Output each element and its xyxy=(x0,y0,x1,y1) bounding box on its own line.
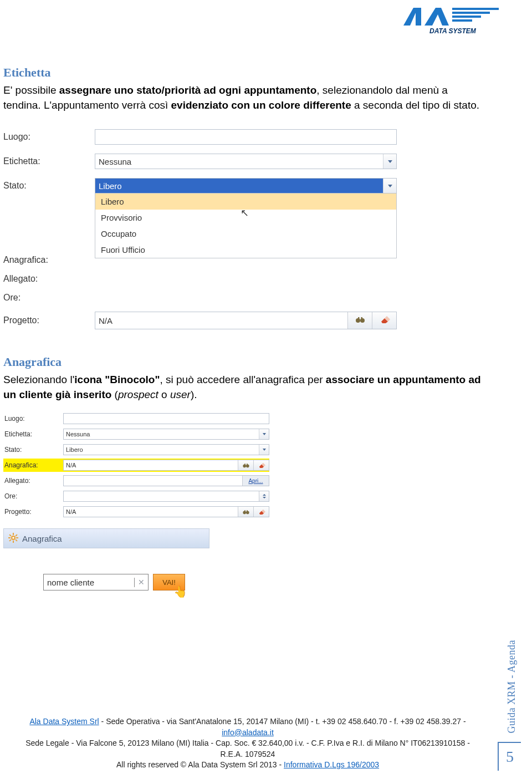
svg-rect-17 xyxy=(247,464,248,466)
brand-logo: DATA SYSTEM xyxy=(399,4,500,38)
svg-rect-23 xyxy=(247,511,248,512)
luogo-label: Luogo: xyxy=(3,132,95,142)
stato-value: Libero xyxy=(95,179,383,193)
dropdown-arrow-icon[interactable] xyxy=(383,154,396,169)
svg-rect-11 xyxy=(361,317,362,319)
binoculars-icon[interactable] xyxy=(238,460,253,470)
svg-rect-32 xyxy=(15,539,17,541)
apri-link[interactable]: Apri... xyxy=(242,476,269,486)
heading-anagrafica: Anagrafica xyxy=(3,355,488,369)
stato-option-libero[interactable]: Libero xyxy=(95,194,396,210)
footer: Ala Data System Srl - Sede Operativa - v… xyxy=(13,716,482,771)
svg-rect-28 xyxy=(13,541,14,543)
binoculars-icon[interactable] xyxy=(347,312,372,329)
svg-rect-1 xyxy=(416,8,421,26)
luogo-label-2: Luogo: xyxy=(3,415,63,422)
svg-rect-31 xyxy=(9,534,11,536)
binoculars-icon[interactable] xyxy=(238,507,253,517)
anagrafica-lookup[interactable]: N/A xyxy=(63,460,269,471)
footer-email-link[interactable]: info@aladata.it xyxy=(222,728,274,737)
dropdown-arrow-icon[interactable] xyxy=(259,445,269,455)
svg-rect-33 xyxy=(9,539,11,541)
allegato-box[interactable]: Apri... xyxy=(63,475,269,486)
allegato-label: Allegato: xyxy=(3,274,95,284)
svg-rect-27 xyxy=(13,533,14,535)
svg-marker-2 xyxy=(424,8,449,26)
etichetta-form: Luogo: Etichetta: Nessuna Stato: Libero … xyxy=(3,129,397,329)
gear-icon xyxy=(8,533,18,544)
client-search-input[interactable]: nome cliente ✕ xyxy=(43,574,149,590)
svg-text:DATA SYSTEM: DATA SYSTEM xyxy=(429,27,477,35)
svg-rect-30 xyxy=(16,537,18,538)
eraser-icon[interactable] xyxy=(372,312,396,329)
etichetta-label: Etichetta: xyxy=(3,156,95,166)
svg-rect-6 xyxy=(452,19,472,22)
eraser-icon[interactable] xyxy=(253,507,269,517)
footer-company: Ala Data System Srl xyxy=(29,717,99,726)
stato-label-2: Stato: xyxy=(3,446,63,454)
stato-dropdown-panel: Libero Provvisorio Occupato Fuori Uffici… xyxy=(95,194,397,258)
side-caption: Guida XRM - Agenda xyxy=(506,640,518,733)
ore-label: Ore: xyxy=(3,293,95,303)
svg-rect-4 xyxy=(452,12,490,14)
anagrafica-panel-header: Anagrafica xyxy=(3,528,209,548)
progetto-lookup-2[interactable]: N/A xyxy=(63,506,269,517)
svg-point-35 xyxy=(12,537,14,539)
svg-rect-29 xyxy=(8,537,11,538)
etichetta-combo[interactable]: Nessuna xyxy=(95,154,397,169)
anagrafica-search-row: nome cliente ✕ VAI! 👆 xyxy=(43,574,185,590)
eraser-icon[interactable] xyxy=(253,460,269,470)
vai-button[interactable]: VAI! xyxy=(153,574,185,590)
footer-legal: Sede Legale - Via Falcone 5, 20123 Milan… xyxy=(13,738,482,760)
spinner-buttons[interactable] xyxy=(259,491,269,501)
svg-rect-22 xyxy=(244,511,245,512)
luogo-input-2[interactable] xyxy=(63,413,269,424)
stato-option-occupato[interactable]: Occupato xyxy=(95,226,396,242)
progetto-label-2: Progetto: xyxy=(3,508,63,516)
svg-rect-10 xyxy=(358,317,360,319)
anagrafica-label: Anagrafica: xyxy=(3,255,95,265)
stato-option-provvisorio[interactable]: Provvisorio xyxy=(95,210,396,226)
etichetta-label-2: Etichetta: xyxy=(3,430,63,438)
ore-spinner[interactable] xyxy=(63,491,269,502)
stato-combo-2[interactable]: Libero xyxy=(63,444,269,455)
footer-privacy-link[interactable]: Informativa D.Lgs 196/2003 xyxy=(284,760,379,769)
anagrafica-form: Luogo: Etichetta: Nessuna Stato: Libero … xyxy=(3,412,269,518)
svg-rect-5 xyxy=(452,16,481,18)
anagrafica-label-2: Anagrafica: xyxy=(3,461,63,469)
dropdown-arrow-icon[interactable] xyxy=(259,429,269,439)
stato-combo[interactable]: Libero xyxy=(95,178,397,194)
stato-option-fuori-ufficio[interactable]: Fuori Ufficio xyxy=(95,242,396,258)
etichetta-combo-2[interactable]: Nessuna xyxy=(63,429,269,440)
progetto-label: Progetto: xyxy=(3,315,95,325)
svg-rect-3 xyxy=(452,8,499,10)
dropdown-arrow-icon[interactable] xyxy=(383,179,396,193)
heading-etichetta: Etichetta xyxy=(3,65,488,80)
luogo-input[interactable] xyxy=(95,129,397,145)
allegato-label-2: Allegato: xyxy=(3,477,63,485)
anagrafica-panel-title: Anagrafica xyxy=(22,534,62,543)
etichetta-description: E' possibile assegnare uno stato/priorit… xyxy=(3,83,488,113)
progetto-value: N/A xyxy=(95,312,347,329)
etichetta-value: Nessuna xyxy=(95,154,383,169)
search-input-value: nome cliente xyxy=(47,578,135,587)
svg-rect-34 xyxy=(15,534,17,536)
page-number: 5 xyxy=(498,742,521,771)
stato-label: Stato: xyxy=(3,181,95,191)
clear-icon[interactable]: ✕ xyxy=(138,578,145,587)
ore-label-2: Ore: xyxy=(3,492,63,500)
svg-rect-16 xyxy=(244,464,245,466)
spinner-down-icon[interactable] xyxy=(263,497,266,498)
progetto-lookup[interactable]: N/A xyxy=(95,312,397,329)
spinner-up-icon[interactable] xyxy=(263,494,266,496)
anagrafica-description: Selezionando l'icona "Binocolo", si può … xyxy=(3,373,488,402)
